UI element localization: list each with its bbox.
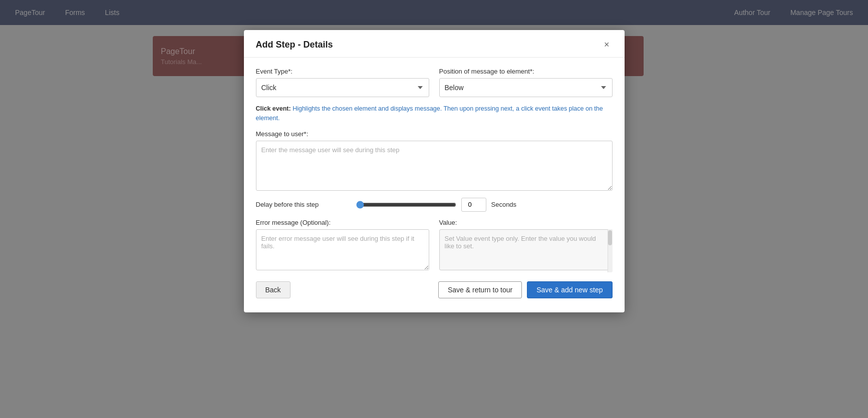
- bottom-fields-row: Error message (Optional): Value:: [256, 219, 613, 272]
- value-field-wrapper: [439, 229, 613, 272]
- delay-slider[interactable]: [356, 201, 456, 209]
- delay-label: Delay before this step: [256, 201, 356, 208]
- modal-footer: Back Save & return to tour Save & add ne…: [244, 272, 625, 298]
- message-group: Message to user*:: [256, 130, 613, 191]
- modal-title: Add Step - Details: [256, 40, 333, 50]
- footer-right-buttons: Save & return to tour Save & add new ste…: [438, 281, 613, 298]
- value-textarea[interactable]: [439, 229, 613, 270]
- value-scrollbar-thumb: [608, 230, 612, 245]
- event-position-row: Event Type*: Click Hover Set Value Wait …: [256, 68, 613, 97]
- save-return-button[interactable]: Save & return to tour: [438, 281, 522, 298]
- value-scrollbar: [608, 229, 613, 272]
- event-type-label: Event Type*:: [256, 68, 429, 75]
- delay-controls: Seconds: [356, 198, 613, 212]
- position-select[interactable]: Below Above Left Right: [439, 78, 613, 97]
- message-textarea[interactable]: [256, 141, 613, 191]
- delay-row: Delay before this step Seconds: [256, 198, 613, 212]
- delay-seconds-label: Seconds: [491, 201, 517, 208]
- position-label: Position of message to element*:: [439, 68, 613, 75]
- click-event-prefix: Click event:: [256, 105, 293, 112]
- delay-input[interactable]: [461, 198, 486, 212]
- close-button[interactable]: ×: [601, 39, 613, 50]
- click-event-note: Click event: Highlights the chosen eleme…: [256, 104, 613, 123]
- modal-header: Add Step - Details ×: [244, 30, 625, 58]
- error-message-label: Error message (Optional):: [256, 219, 429, 226]
- event-type-select[interactable]: Click Hover Set Value Wait: [256, 78, 429, 97]
- back-button[interactable]: Back: [256, 281, 291, 298]
- error-message-group: Error message (Optional):: [256, 219, 429, 272]
- value-group: Value:: [439, 219, 613, 272]
- error-message-textarea[interactable]: [256, 229, 429, 270]
- position-group: Position of message to element*: Below A…: [439, 68, 613, 97]
- message-label: Message to user*:: [256, 130, 613, 138]
- click-event-description: Highlights the chosen element and displa…: [256, 105, 603, 122]
- value-label: Value:: [439, 219, 613, 226]
- add-step-modal: Add Step - Details × Event Type*: Click …: [244, 30, 625, 312]
- save-add-new-button[interactable]: Save & add new step: [527, 281, 612, 298]
- event-type-group: Event Type*: Click Hover Set Value Wait: [256, 68, 429, 97]
- modal-body: Event Type*: Click Hover Set Value Wait …: [244, 58, 625, 272]
